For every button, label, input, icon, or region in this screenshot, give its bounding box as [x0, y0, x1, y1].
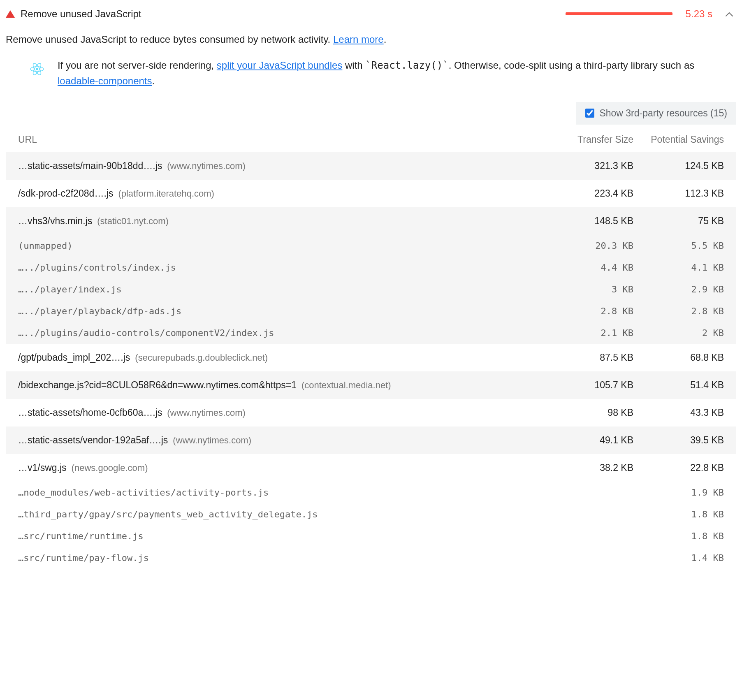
- table-subrow[interactable]: …node_modules/web-activities/activity-po…: [6, 482, 736, 503]
- table-subrow[interactable]: …../plugins/controls/index.js4.4 KB4.1 K…: [6, 257, 736, 278]
- url-path: …src/runtime/runtime.js: [18, 531, 144, 541]
- table-row[interactable]: …static-assets/home-0cfb60a….js(www.nyti…: [6, 399, 736, 426]
- description-text: Remove unused JavaScript to reduce bytes…: [6, 34, 333, 45]
- table-subrow[interactable]: …../plugins/audio-controls/componentV2/i…: [6, 322, 736, 344]
- url-host: (contextual.media.net): [301, 380, 391, 391]
- url-cell: /sdk-prod-c2f208d….js(platform.iteratehq…: [18, 188, 543, 199]
- table-row[interactable]: …static-assets/main-90b18dd….js(www.nyti…: [6, 152, 736, 180]
- audit-value: 5.23 s: [686, 8, 712, 20]
- potential-savings: 51.4 KB: [642, 380, 724, 391]
- table-row[interactable]: …v1/swg.js(news.google.com)38.2 KB22.8 K…: [6, 454, 736, 482]
- potential-savings: 2.9 KB: [642, 284, 724, 294]
- third-party-label: Show 3rd-party resources (15): [599, 108, 727, 119]
- potential-savings: 1.8 KB: [642, 531, 724, 541]
- transfer-size: 49.1 KB: [551, 435, 633, 446]
- url-host: (static01.nyt.com): [97, 216, 169, 227]
- transfer-size: 98 KB: [551, 407, 633, 418]
- potential-savings: 22.8 KB: [642, 462, 724, 473]
- url-cell: …src/runtime/pay-flow.js: [18, 553, 543, 563]
- potential-savings: 112.3 KB: [642, 188, 724, 199]
- potential-savings: 5.5 KB: [642, 241, 724, 251]
- table-header: URL Transfer Size Potential Savings: [6, 127, 736, 152]
- url-path: …static-assets/vendor-192a5af….js: [18, 435, 168, 446]
- url-path: …third_party/gpay/src/payments_web_activ…: [18, 509, 318, 519]
- transfer-size: 38.2 KB: [551, 462, 633, 473]
- potential-savings: 1.8 KB: [642, 509, 724, 519]
- potential-savings: 1.4 KB: [642, 553, 724, 563]
- table-subrow[interactable]: …src/runtime/runtime.js1.8 KB: [6, 525, 736, 547]
- stack-text-3: . Otherwise, code-split using a third-pa…: [449, 60, 695, 71]
- warning-icon: [6, 10, 15, 18]
- url-path: /sdk-prod-c2f208d….js: [18, 188, 113, 199]
- url-cell: …node_modules/web-activities/activity-po…: [18, 487, 543, 498]
- url-cell: …../player/playback/dfp-ads.js: [18, 306, 543, 316]
- url-host: (www.nytimes.com): [167, 408, 246, 418]
- transfer-size: 4.4 KB: [551, 262, 633, 273]
- url-path: …../plugins/audio-controls/componentV2/i…: [18, 328, 274, 338]
- loadable-components-link[interactable]: loadable-components: [58, 75, 152, 86]
- results-table: URL Transfer Size Potential Savings …sta…: [6, 127, 736, 569]
- url-path: …static-assets/main-90b18dd….js: [18, 160, 162, 172]
- transfer-size: 20.3 KB: [551, 241, 633, 251]
- url-path: (unmapped): [18, 241, 72, 251]
- url-host: (platform.iteratehq.com): [118, 188, 214, 199]
- potential-savings: 68.8 KB: [642, 352, 724, 363]
- split-bundles-link[interactable]: split your JavaScript bundles: [217, 60, 342, 71]
- potential-savings: 75 KB: [642, 216, 724, 227]
- table-row[interactable]: /sdk-prod-c2f208d….js(platform.iteratehq…: [6, 180, 736, 207]
- third-party-checkbox[interactable]: [585, 109, 594, 118]
- potential-savings: 39.5 KB: [642, 435, 724, 446]
- third-party-toggle[interactable]: Show 3rd-party resources (15): [576, 102, 736, 125]
- url-cell: …static-assets/vendor-192a5af….js(www.ny…: [18, 435, 543, 446]
- transfer-size: 2.8 KB: [551, 306, 633, 316]
- gauge-bar: [566, 12, 672, 15]
- learn-more-link[interactable]: Learn more: [333, 34, 384, 45]
- potential-savings: 2 KB: [642, 328, 724, 338]
- url-path: …src/runtime/pay-flow.js: [18, 553, 149, 563]
- stack-text-1: If you are not server-side rendering,: [58, 60, 217, 71]
- url-cell: …static-assets/main-90b18dd….js(www.nyti…: [18, 160, 543, 172]
- url-cell: …src/runtime/runtime.js: [18, 531, 543, 541]
- table-row[interactable]: /gpt/pubads_impl_202….js(securepubads.g.…: [6, 344, 736, 371]
- stack-pack: If you are not server-side rendering, sp…: [6, 58, 736, 96]
- transfer-size: 148.5 KB: [551, 216, 633, 227]
- react-icon: [28, 60, 46, 78]
- url-cell: …vhs3/vhs.min.js(static01.nyt.com): [18, 216, 543, 227]
- table-row[interactable]: …static-assets/vendor-192a5af….js(www.ny…: [6, 426, 736, 454]
- url-host: (securepubads.g.doubleclick.net): [135, 352, 268, 363]
- table-subrow[interactable]: (unmapped)20.3 KB5.5 KB: [6, 235, 736, 257]
- transfer-size: 87.5 KB: [551, 352, 633, 363]
- url-path: …node_modules/web-activities/activity-po…: [18, 487, 269, 498]
- chevron-up-icon[interactable]: [722, 7, 736, 20]
- url-cell: …../plugins/controls/index.js: [18, 262, 543, 273]
- url-cell: …../player/index.js: [18, 284, 543, 294]
- svg-point-3: [36, 68, 38, 70]
- url-cell: /gpt/pubads_impl_202….js(securepubads.g.…: [18, 352, 543, 363]
- url-path: …vhs3/vhs.min.js: [18, 216, 92, 227]
- table-subrow[interactable]: …third_party/gpay/src/payments_web_activ…: [6, 503, 736, 525]
- stack-text-4: .: [152, 75, 155, 86]
- table-subrow[interactable]: …src/runtime/pay-flow.js1.4 KB: [6, 547, 736, 569]
- url-path: /bidexchange.js?cid=8CULO58R6&dn=www.nyt…: [18, 380, 297, 391]
- url-cell: …third_party/gpay/src/payments_web_activ…: [18, 509, 543, 519]
- col-url: URL: [18, 133, 543, 146]
- url-cell: …static-assets/home-0cfb60a….js(www.nyti…: [18, 407, 543, 418]
- col-savings: Potential Savings: [642, 133, 724, 146]
- url-cell: …../plugins/audio-controls/componentV2/i…: [18, 328, 543, 338]
- table-subrow[interactable]: …../player/index.js3 KB2.9 KB: [6, 278, 736, 300]
- url-path: …v1/swg.js: [18, 462, 67, 473]
- transfer-size: 3 KB: [551, 284, 633, 294]
- third-party-toggle-wrap: Show 3rd-party resources (15): [6, 102, 736, 125]
- col-transfer: Transfer Size: [551, 133, 633, 146]
- url-host: (news.google.com): [72, 463, 148, 473]
- url-path: /gpt/pubads_impl_202….js: [18, 352, 130, 363]
- url-path: …../plugins/controls/index.js: [18, 262, 176, 273]
- table-row[interactable]: /bidexchange.js?cid=8CULO58R6&dn=www.nyt…: [6, 371, 736, 399]
- url-path: …../player/playback/dfp-ads.js: [18, 306, 181, 316]
- description-post: .: [384, 34, 387, 45]
- table-subrow[interactable]: …../player/playback/dfp-ads.js2.8 KB2.8 …: [6, 300, 736, 322]
- url-host: (www.nytimes.com): [167, 161, 246, 172]
- transfer-size: 105.7 KB: [551, 380, 633, 391]
- table-row[interactable]: …vhs3/vhs.min.js(static01.nyt.com)148.5 …: [6, 207, 736, 235]
- potential-savings: 124.5 KB: [642, 160, 724, 172]
